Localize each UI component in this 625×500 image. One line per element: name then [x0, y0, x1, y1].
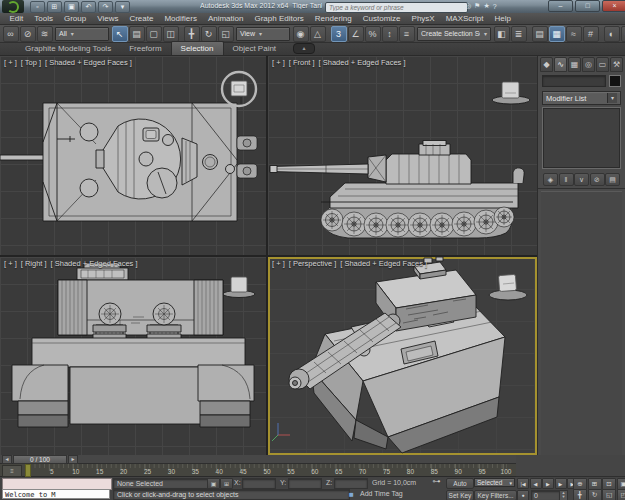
next-frame-arrow-icon[interactable]: ► — [68, 455, 78, 464]
open-file-icon[interactable]: ⊞ — [47, 1, 62, 13]
named-sets-dropdown[interactable]: Create Selection Se▾ — [417, 27, 491, 41]
material-editor-icon[interactable]: ◐ — [604, 26, 620, 42]
spinner-snap-icon[interactable]: ↕ — [382, 26, 398, 42]
field-of-view-icon[interactable]: ◱ — [602, 489, 616, 500]
menu-animation[interactable]: Animation — [202, 13, 249, 25]
tab-selection[interactable]: Selection — [171, 41, 224, 55]
tab-freeform[interactable]: Freeform — [120, 42, 170, 55]
auto-key-button[interactable]: Auto Key — [446, 478, 474, 489]
tank-top-view-canvas[interactable] — [0, 56, 266, 255]
select-manipulate-icon[interactable]: △ — [310, 26, 326, 42]
modifier-list-dropdown[interactable]: Modifier List ▾ — [542, 91, 621, 105]
trackbar-ruler[interactable]: 5101520253035404550556065707580859095100 — [25, 464, 507, 477]
schematic-view-icon[interactable]: # — [583, 26, 599, 42]
selected-dropdown[interactable]: Selected▾ — [474, 478, 515, 487]
show-end-result-icon[interactable]: ‖ — [559, 173, 574, 186]
bind-spacewarp-icon[interactable]: ≋ — [37, 26, 53, 42]
tank-right-view-canvas[interactable] — [0, 257, 266, 455]
menu-customize[interactable]: Customize — [357, 13, 406, 25]
current-frame-field[interactable]: 0 — [531, 490, 561, 500]
undo-icon[interactable]: ↶ — [81, 1, 96, 13]
snap-toggle-3d-icon[interactable]: 3 — [331, 26, 347, 42]
time-slider[interactable]: ◄ 0 / 100 ► — [0, 455, 516, 464]
key-filters-button[interactable]: Key Filters... — [474, 490, 517, 500]
unlink-icon[interactable]: ⊘ — [20, 26, 36, 42]
menu-physx[interactable]: PhysX — [406, 13, 440, 25]
motion-tab-icon[interactable]: ◎ — [582, 57, 595, 72]
minimize-button[interactable]: – — [548, 0, 573, 12]
coord-y-field[interactable] — [288, 478, 322, 489]
viewport-shading-menu[interactable]: [ Shaded + Edged Faces ] — [340, 259, 427, 268]
key-mode-toggle-icon[interactable]: ● — [517, 490, 529, 500]
next-frame-icon[interactable]: ▶ — [555, 478, 567, 489]
select-link-icon[interactable]: ∞ — [3, 26, 19, 42]
viewport-name-menu[interactable]: [ Perspective ] — [289, 259, 337, 268]
application-menu-button[interactable] — [2, 0, 24, 13]
viewport-front[interactable]: [ + ] [ Front ] [ Shaded + Edged Faces ] — [268, 56, 537, 255]
layer-manager-icon[interactable]: ▤ — [532, 26, 548, 42]
search-input[interactable] — [325, 2, 468, 13]
viewport-name-menu[interactable]: [ Top ] — [21, 58, 41, 67]
selection-filter-dropdown[interactable]: All▾ — [55, 27, 109, 41]
create-tab-icon[interactable]: ◆ — [540, 57, 553, 72]
menu-views[interactable]: Views — [92, 13, 124, 25]
maximize-viewport-toggle-icon[interactable]: ◰ — [617, 489, 625, 500]
frame-spinner[interactable]: ▲▼ — [559, 490, 568, 500]
menu-maxscript[interactable]: MAXScript — [440, 13, 489, 25]
tab-graphite-modeling-tools[interactable]: Graphite Modeling Tools — [16, 42, 120, 55]
viewport-name-menu[interactable]: [ Right ] — [21, 259, 47, 268]
viewport-menu-plus[interactable]: [ + ] — [272, 259, 285, 268]
reference-coordsys-dropdown[interactable]: View▾ — [236, 27, 290, 41]
angle-snap-icon[interactable]: ∠ — [348, 26, 364, 42]
track-bar[interactable]: ≡ 51015202530354045505560657075808590951… — [0, 464, 516, 477]
object-color-swatch[interactable] — [609, 75, 621, 87]
workspace-dropdown-icon[interactable]: ▾ — [115, 1, 130, 13]
play-animation-icon[interactable]: ▶ — [542, 478, 554, 489]
viewport-perspective[interactable]: [ + ] [ Perspective ] [ Shaded + Edged F… — [268, 257, 537, 455]
select-rotate-icon[interactable]: ↻ — [201, 26, 217, 42]
mini-curve-editor-button[interactable]: ≡ — [2, 465, 22, 477]
utilities-tab-icon[interactable]: ⚒ — [610, 57, 623, 72]
tab-object-paint[interactable]: Object Paint — [224, 42, 286, 55]
configure-modifier-sets-icon[interactable]: ▤ — [605, 173, 620, 186]
select-move-icon[interactable]: ╋ — [184, 26, 200, 42]
menu-rendering[interactable]: Rendering — [309, 13, 357, 25]
go-to-start-icon[interactable]: |◀ — [517, 478, 529, 489]
pan-icon[interactable]: ╋ — [573, 489, 587, 500]
make-unique-icon[interactable]: ∨ — [574, 173, 589, 186]
modify-tab-icon[interactable]: ∿ — [554, 57, 567, 72]
align-icon[interactable]: ≣ — [511, 26, 527, 42]
viewport-menu-plus[interactable]: [ + ] — [272, 58, 285, 67]
viewport-top[interactable]: [ + ] [ Top ] [ Shaded + Edged Faces ] — [0, 56, 266, 255]
select-object-icon[interactable]: ↖ — [112, 26, 128, 42]
viewport-shading-menu[interactable]: [ Shaded + Edged Faces ] — [319, 58, 406, 67]
tank-perspective-view-canvas[interactable] — [268, 257, 537, 455]
menu-group[interactable]: Group — [58, 13, 91, 25]
redo-icon[interactable]: ↷ — [98, 1, 113, 13]
time-slider-frame-label[interactable]: 0 / 100 — [13, 455, 67, 464]
mirror-icon[interactable]: ◧ — [494, 26, 510, 42]
menu-tools[interactable]: Tools — [29, 13, 59, 25]
viewport-menu-plus[interactable]: [ + ] — [4, 58, 17, 67]
viewport-name-menu[interactable]: [ Front ] — [289, 58, 315, 67]
communication-icon[interactable]: ⚑ — [474, 2, 480, 10]
new-file-icon[interactable]: ▫ — [30, 1, 45, 13]
set-key-toggle-icon[interactable]: ⊶ — [430, 477, 443, 487]
lock-selection-icon[interactable]: ▣ — [207, 478, 220, 489]
curve-editor-icon[interactable]: ≈ — [566, 26, 582, 42]
previous-frame-icon[interactable]: ◀ — [530, 478, 542, 489]
window-crossing-icon[interactable]: ◫ — [163, 26, 179, 42]
menu-graph-editors[interactable]: Graph Editors — [249, 13, 309, 25]
display-tab-icon[interactable]: ▭ — [596, 57, 609, 72]
menu-create[interactable]: Create — [124, 13, 159, 25]
favorites-icon[interactable]: ★ — [483, 2, 489, 10]
ribbon-collapse-icon[interactable]: ▴ — [293, 43, 315, 54]
hierarchy-tab-icon[interactable]: ▦ — [568, 57, 581, 72]
ribbon-toggle-icon[interactable]: ▦ — [549, 26, 565, 42]
select-by-name-icon[interactable]: ▤ — [129, 26, 145, 42]
pin-stack-icon[interactable]: ◈ — [543, 173, 558, 186]
save-file-icon[interactable]: ▣ — [64, 1, 79, 13]
previous-frame-arrow-icon[interactable]: ◄ — [2, 455, 12, 464]
absolute-offset-toggle-icon[interactable]: ⊞ — [220, 478, 233, 489]
select-scale-icon[interactable]: ◱ — [218, 26, 234, 42]
